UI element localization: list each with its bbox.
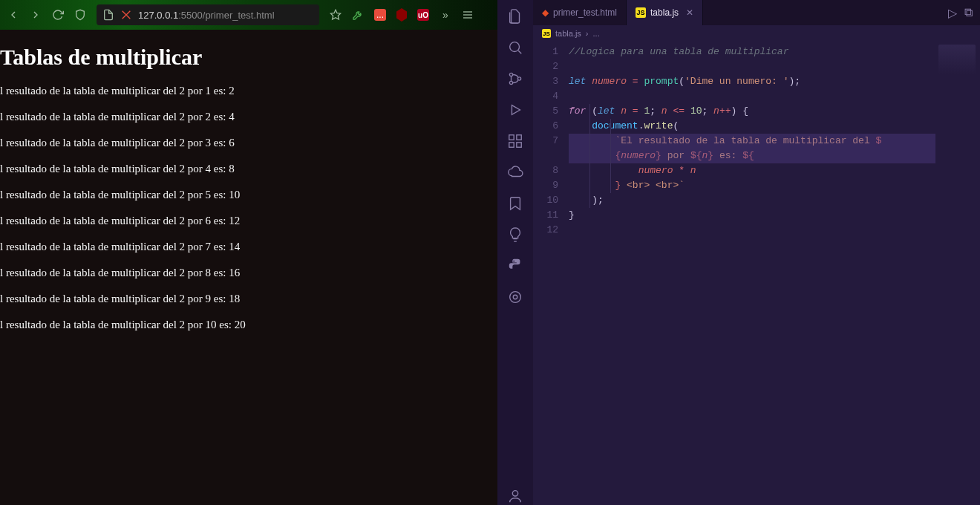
url-host: 127.0.0.1 bbox=[138, 10, 178, 21]
tab-label: tabla.js bbox=[650, 7, 679, 18]
vscode-window: ◆ primer_test.html JS tabla.js ✕ ▷ ⧉ JS … bbox=[497, 0, 980, 505]
tab-label: primer_test.html bbox=[553, 7, 617, 18]
extension-ublock-icon[interactable]: uO bbox=[417, 9, 429, 21]
explorer-icon[interactable] bbox=[506, 7, 524, 25]
code-editor[interactable]: 1 2 3 4 5 6 7 8 9 10 11 12 //Logica para… bbox=[533, 42, 980, 505]
page-info-icon[interactable] bbox=[102, 9, 114, 21]
lightbulb-icon[interactable] bbox=[506, 226, 524, 244]
svg-point-7 bbox=[509, 81, 512, 84]
back-icon[interactable] bbox=[7, 9, 19, 21]
tab-tabla-js[interactable]: JS tabla.js ✕ bbox=[627, 0, 703, 25]
extension-red-icon[interactable]: ... bbox=[374, 9, 386, 21]
svg-rect-11 bbox=[517, 135, 521, 140]
bookmarks-icon[interactable] bbox=[506, 195, 524, 212]
svg-point-16 bbox=[512, 491, 517, 496]
activity-bar bbox=[497, 0, 533, 505]
tab-actions: ▷ ⧉ bbox=[941, 0, 980, 25]
tab-primer-test[interactable]: ◆ primer_test.html bbox=[533, 0, 627, 25]
svg-point-4 bbox=[510, 42, 520, 52]
forward-icon[interactable] bbox=[30, 9, 42, 21]
live-icon[interactable] bbox=[506, 288, 524, 306]
code-lines[interactable]: //Logica para una tabla de multiplicar l… bbox=[569, 42, 935, 505]
shield-icon[interactable] bbox=[74, 9, 86, 21]
browser-page: Tablas de multiplicar l resultado de la … bbox=[0, 30, 497, 505]
page-line: l resultado de la tabla de multiplicar d… bbox=[0, 137, 497, 149]
svg-point-8 bbox=[517, 77, 520, 80]
accounts-icon[interactable] bbox=[506, 487, 524, 505]
svg-rect-13 bbox=[517, 143, 521, 147]
svg-line-5 bbox=[518, 50, 521, 53]
minimap[interactable] bbox=[935, 42, 980, 505]
run-icon[interactable]: ▷ bbox=[948, 6, 957, 20]
run-debug-icon[interactable] bbox=[506, 101, 524, 119]
python-icon[interactable] bbox=[506, 257, 524, 275]
breadcrumb-file: tabla.js bbox=[555, 29, 581, 38]
page-line: l resultado de la tabla de multiplicar d… bbox=[0, 163, 497, 175]
svg-rect-12 bbox=[509, 143, 514, 147]
html5-icon: ◆ bbox=[542, 7, 549, 18]
wrench-icon[interactable] bbox=[352, 9, 364, 21]
breadcrumb[interactable]: JS tabla.js › ... bbox=[533, 25, 980, 42]
split-icon[interactable]: ⧉ bbox=[964, 6, 973, 19]
menu-icon[interactable] bbox=[462, 9, 474, 21]
page-line: l resultado de la tabla de multiplicar d… bbox=[0, 111, 497, 123]
breadcrumb-sep: › bbox=[586, 29, 589, 38]
tab-bar: ◆ primer_test.html JS tabla.js ✕ ▷ ⧉ bbox=[533, 0, 980, 25]
search-icon[interactable] bbox=[506, 39, 524, 56]
extension-adblock-icon[interactable] bbox=[396, 8, 407, 22]
svg-marker-0 bbox=[330, 10, 340, 19]
svg-point-14 bbox=[513, 295, 517, 299]
page-line: l resultado de la tabla de multiplicar d… bbox=[0, 189, 497, 201]
svg-point-6 bbox=[509, 73, 512, 76]
url-bar[interactable]: 127.0.0.1:5500/primer_test.html bbox=[97, 4, 319, 25]
line-gutter: 1 2 3 4 5 6 7 8 9 10 11 12 bbox=[533, 42, 569, 505]
extensions-icon[interactable] bbox=[506, 132, 524, 150]
svg-rect-10 bbox=[509, 135, 514, 140]
url-port: :5500 bbox=[178, 10, 203, 21]
source-control-icon[interactable] bbox=[506, 70, 524, 88]
svg-point-15 bbox=[510, 292, 521, 303]
page-title: Tablas de multiplicar bbox=[0, 45, 497, 70]
svg-marker-9 bbox=[512, 105, 520, 115]
js-icon: JS bbox=[636, 7, 646, 18]
page-line: l resultado de la tabla de multiplicar d… bbox=[0, 85, 497, 97]
browser-toolbar: 127.0.0.1:5500/primer_test.html ... uO » bbox=[0, 0, 497, 30]
close-icon[interactable]: ✕ bbox=[686, 7, 693, 18]
connection-icon[interactable] bbox=[120, 9, 132, 21]
page-line: l resultado de la tabla de multiplicar d… bbox=[0, 267, 497, 279]
browser-window: 127.0.0.1:5500/primer_test.html ... uO »… bbox=[0, 0, 497, 505]
page-line: l resultado de la tabla de multiplicar d… bbox=[0, 319, 497, 331]
editor-group: ◆ primer_test.html JS tabla.js ✕ ▷ ⧉ JS … bbox=[533, 0, 980, 505]
bookmark-icon[interactable] bbox=[330, 9, 342, 21]
overflow-icon[interactable]: » bbox=[440, 9, 451, 21]
page-line: l resultado de la tabla de multiplicar d… bbox=[0, 215, 497, 227]
page-line: l resultado de la tabla de multiplicar d… bbox=[0, 241, 497, 253]
js-icon: JS bbox=[542, 29, 551, 38]
breadcrumb-dots: ... bbox=[593, 29, 600, 38]
reload-icon[interactable] bbox=[52, 9, 64, 21]
remote-icon[interactable] bbox=[506, 163, 524, 181]
page-line: l resultado de la tabla de multiplicar d… bbox=[0, 293, 497, 305]
url-path: /primer_test.html bbox=[203, 10, 275, 21]
